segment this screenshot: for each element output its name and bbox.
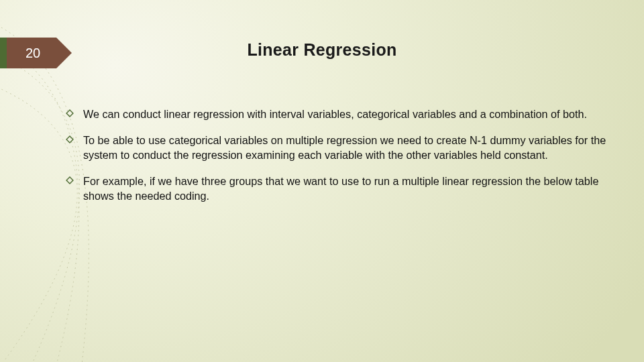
- diamond-bullet-icon: [66, 176, 75, 203]
- list-item: For example, if we have three groups tha…: [66, 174, 610, 203]
- slide: 20 Linear Regression We can conduct line…: [0, 0, 644, 362]
- slide-title: Linear Regression: [0, 40, 644, 60]
- bullet-text: For example, if we have three groups tha…: [83, 174, 610, 203]
- diamond-bullet-icon: [66, 109, 75, 121]
- slide-body: We can conduct linear regression with in…: [66, 107, 610, 215]
- svg-rect-2: [66, 177, 73, 184]
- bullet-text: We can conduct linear regression with in…: [83, 107, 610, 121]
- list-item: To be able to use categorical variables …: [66, 133, 610, 162]
- bullet-text: To be able to use categorical variables …: [83, 133, 610, 162]
- svg-rect-0: [66, 110, 73, 117]
- diamond-bullet-icon: [66, 135, 75, 162]
- list-item: We can conduct linear regression with in…: [66, 107, 610, 121]
- svg-rect-1: [66, 136, 73, 143]
